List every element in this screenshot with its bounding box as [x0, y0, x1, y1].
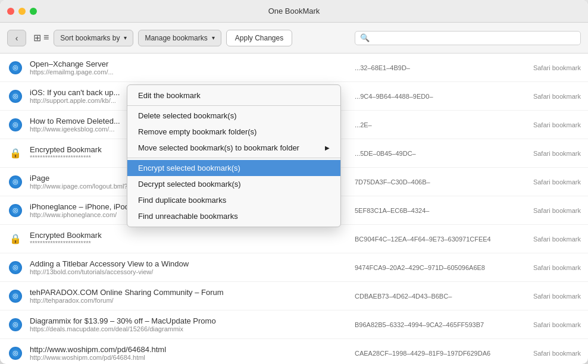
manage-button[interactable]: Manage bookmarks ▾	[138, 30, 221, 46]
search-icon: 🔍	[360, 33, 370, 42]
bookmark-title: Open–Xchange Server	[30, 59, 349, 68]
bookmark-row[interactable]: Open–Xchange Server https://emailmg.ipag…	[0, 54, 588, 82]
bookmark-title: Diagrammix for $13.99 – 30% off – MacUpd…	[30, 316, 349, 325]
bookmark-title: Adding a Titlebar Accessory View to a Wi…	[30, 259, 349, 268]
window-title: One BookMark	[268, 7, 320, 15]
menu-item-move[interactable]: Move selected bookmark(s) to bookmark fo…	[127, 140, 340, 156]
bookmark-url: http://13bold.com/tutorials/accessory-vi…	[30, 268, 349, 275]
menu-item-label: Delete selected bookmark(s)	[138, 111, 236, 120]
bookmark-row[interactable]: Diagrammix for $13.99 – 30% off – MacUpd…	[0, 310, 588, 339]
bookmark-row[interactable]: 🔒 Encrypted Bookmark *******************…	[0, 225, 588, 253]
bookmark-source: Safari bookmark	[515, 121, 581, 128]
search-input[interactable]	[373, 34, 576, 42]
bookmark-source: Safari bookmark	[515, 236, 581, 243]
view-toggle: ⊞ ≡	[33, 32, 49, 43]
bookmark-icon	[7, 259, 24, 276]
menu-item-label: Find unreachable bookmarks	[138, 212, 238, 221]
bookmark-source: Safari bookmark	[515, 64, 581, 71]
bookmark-icon	[7, 288, 24, 305]
bookmark-url: http://tehparadox.com/forum/	[30, 297, 349, 304]
bookmark-uuid: ...5DE–0B45–49DC–	[349, 150, 515, 157]
manage-label: Manage bookmarks	[145, 34, 207, 42]
sort-button[interactable]: Sort bookmarks by ▾	[54, 30, 133, 46]
sort-label: Sort bookmarks by	[60, 34, 120, 42]
bookmark-row[interactable]: Adding a Titlebar Accessory View to a Wi…	[0, 253, 588, 282]
lock-icon: 🔒	[9, 147, 22, 160]
menu-item-decrypt[interactable]: Decrypt selected bookmark(s)	[127, 176, 340, 192]
bookmark-info: Open–Xchange Server https://emailmg.ipag…	[30, 59, 349, 76]
bookmark-uuid: 7D75DA3F–C30D–406B–	[349, 178, 515, 186]
menu-item-label: Encrypt selected bookmark(s)	[138, 164, 240, 172]
bookmark-uuid: ...2E–	[349, 121, 515, 128]
bookmark-icon: 🔒	[7, 231, 24, 247]
menu-item-label: Remove empty bookmark folder(s)	[138, 127, 257, 136]
bookmark-icon: 🔒	[7, 145, 24, 162]
bookmark-uuid: 5EF83C1A–EC6B–4324–	[349, 207, 515, 214]
bookmark-title: http://www.woshipm.com/pd/64684.html	[30, 345, 349, 354]
bookmark-info: http://www.woshipm.com/pd/64684.html htt…	[30, 345, 349, 361]
search-bar[interactable]: 🔍	[355, 31, 581, 45]
menu-item-label: Move selected bookmark(s) to bookmark fo…	[138, 143, 299, 152]
menu-item-find_unreachable[interactable]: Find unreachable bookmarks	[127, 208, 340, 224]
safari-icon	[9, 290, 22, 303]
grid-view-icon[interactable]: ⊞	[33, 32, 41, 43]
bookmark-uuid: B96A82B5–6332–4994–9CA2–465FF593B7	[349, 321, 515, 328]
bookmark-url: https://deals.macupdate.com/deal/15266/d…	[30, 325, 349, 332]
minimize-button[interactable]	[18, 8, 26, 15]
bookmark-uuid: 9474FCA9–20A2–429C–971D–605096A6E8	[349, 264, 515, 271]
bookmark-icon	[7, 202, 24, 219]
bookmark-uuid: ...32–68E1–4B9D–	[349, 64, 515, 71]
bookmark-url: https://emailmg.ipage.com/...	[30, 68, 349, 76]
nav-back-button[interactable]: ‹	[7, 30, 26, 46]
toolbar: ‹ ⊞ ≡ Sort bookmarks by ▾ Manage bookmar…	[0, 23, 588, 54]
menu-item-edit[interactable]: Edit the bookmark	[127, 87, 340, 103]
menu-divider	[127, 158, 340, 158]
bookmark-source: Safari bookmark	[515, 293, 581, 300]
safari-icon	[9, 118, 22, 131]
bookmark-source: Safari bookmark	[515, 207, 581, 214]
list-view-icon[interactable]: ≡	[43, 32, 49, 43]
safari-icon	[9, 61, 22, 74]
apply-label: Apply Changes	[235, 34, 283, 42]
safari-icon	[9, 204, 22, 217]
safari-icon	[9, 347, 22, 360]
bookmark-icon	[7, 316, 24, 333]
bookmark-source: Safari bookmark	[515, 321, 581, 328]
bookmark-row[interactable]: tehPARADOX.COM Online Sharing Community …	[0, 282, 588, 310]
bookmark-info: Adding a Titlebar Accessory View to a Wi…	[30, 259, 349, 275]
bookmark-source: Safari bookmark	[515, 93, 581, 100]
menu-item-find_duplicate[interactable]: Find duplicate bookmarks	[127, 192, 340, 208]
bookmark-source: Safari bookmark	[515, 150, 581, 157]
bookmark-uuid: ...9C4–9B64–4488–9ED0–	[349, 93, 515, 100]
menu-item-label: Find duplicate bookmarks	[138, 196, 226, 205]
bookmark-info: Diagrammix for $13.99 – 30% off – MacUpd…	[30, 316, 349, 332]
apply-button[interactable]: Apply Changes	[226, 30, 292, 46]
bookmark-icon	[7, 59, 24, 76]
bookmark-uuid: BC904F4C–12EA–4F64–9E73–630971CFEE4	[349, 236, 515, 243]
submenu-arrow-icon: ▶	[325, 145, 330, 151]
bookmark-url: ************************	[30, 240, 349, 247]
bookmark-uuid: CAEA28CF–1998–4429–81F9–197DF629DA6	[349, 350, 515, 357]
safari-icon	[9, 90, 22, 103]
menu-item-label: Edit the bookmark	[138, 91, 201, 100]
bookmark-source: Safari bookmark	[515, 178, 581, 186]
lock-icon: 🔒	[9, 233, 22, 246]
bookmark-icon	[7, 345, 24, 362]
bookmark-icon	[7, 117, 24, 133]
bookmark-title: tehPARADOX.COM Online Sharing Community …	[30, 288, 349, 297]
bookmark-uuid: CDBAEB73–4D62–4D43–B6BC–	[349, 293, 515, 300]
manage-dropdown-menu[interactable]: Edit the bookmarkDelete selected bookmar…	[127, 84, 341, 227]
bookmark-row[interactable]: http://www.woshipm.com/pd/64684.html htt…	[0, 339, 588, 364]
menu-item-remove_empty[interactable]: Remove empty bookmark folder(s)	[127, 124, 340, 140]
menu-item-encrypt[interactable]: Encrypt selected bookmark(s)	[127, 160, 340, 176]
menu-divider	[127, 105, 340, 106]
traffic-lights	[7, 8, 37, 15]
bookmark-icon	[7, 174, 24, 190]
close-button[interactable]	[7, 8, 14, 15]
manage-chevron-icon: ▾	[212, 34, 215, 41]
main-window: One BookMark ‹ ⊞ ≡ Sort bookmarks by ▾ M…	[0, 0, 588, 364]
maximize-button[interactable]	[30, 8, 37, 15]
menu-item-delete[interactable]: Delete selected bookmark(s)	[127, 108, 340, 124]
titlebar: One BookMark	[0, 0, 588, 23]
sort-chevron-icon: ▾	[124, 34, 127, 41]
